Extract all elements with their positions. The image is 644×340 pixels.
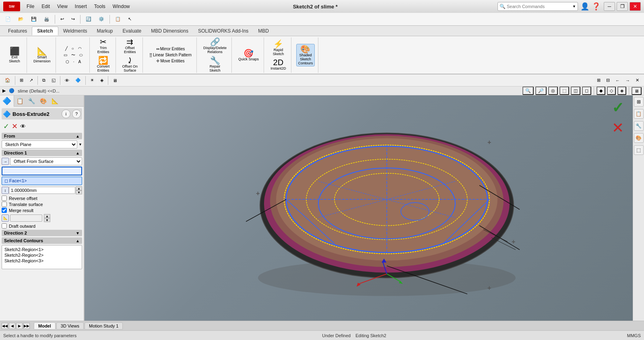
print-button[interactable]: 🖨️ (41, 15, 52, 23)
shaded-sketch-contours-button[interactable]: 🎨 ShadedSketchContours (296, 44, 315, 66)
confirm-check-button[interactable]: ✓ (3, 122, 9, 131)
bottom-tab-3dviews[interactable]: 3D Views (56, 322, 84, 330)
expand-tree-icon[interactable]: ▶ (2, 88, 6, 93)
rp-expand-icon[interactable]: ⊞ (634, 97, 644, 107)
feature-help-button[interactable]: ? (72, 109, 81, 118)
viewport[interactable]: + + + + ✓ ✕ ⊞ 📋 🔧 🎨 ⬚ (85, 95, 644, 321)
tb2-section[interactable]: ⧉ (40, 76, 48, 84)
vcbtn2[interactable]: 🔎 (535, 87, 547, 95)
tab-mbd[interactable]: MBD (253, 27, 274, 35)
menu-view[interactable]: View (54, 3, 71, 10)
menu-tools[interactable]: Tools (91, 3, 109, 10)
line-button[interactable]: ╱ (64, 46, 69, 51)
draft-input[interactable] (10, 214, 42, 222)
polygon-button[interactable]: ⬡ (64, 59, 71, 64)
spline-button[interactable]: 〜 (70, 52, 77, 58)
tb2-scene[interactable]: 🖥 (110, 77, 120, 84)
display-delete-relations-button[interactable]: 🔗 Display/DeleteRelations (202, 37, 228, 55)
direction1-section-header[interactable]: Direction 1 ▲ (2, 150, 82, 156)
file-props-button[interactable]: 📋 (112, 15, 124, 23)
bottom-tab-motion[interactable]: Motion Study 1 (85, 322, 123, 330)
vcbtn6[interactable]: ◻ (582, 87, 591, 95)
selected-contours-header[interactable]: Selected Contours ▲ (2, 237, 82, 244)
rebuild-button[interactable]: 🔄 (83, 15, 94, 23)
menu-edit[interactable]: Edit (38, 3, 53, 10)
bottom-nav-next[interactable]: ▶ (16, 323, 23, 329)
tb2-expand[interactable]: ⊞ (594, 76, 603, 84)
tb2-lights[interactable]: ☀ (88, 76, 97, 84)
tb2-view-sel[interactable]: ◱ (49, 76, 58, 84)
depth-down-button[interactable]: ▼ (76, 190, 82, 194)
move-entities-button[interactable]: ✛ Move Entities (155, 58, 186, 64)
repair-sketch-button[interactable]: 🔧 RepairSketch (206, 56, 224, 73)
tb2-appear[interactable]: ◈ (98, 76, 106, 84)
ellipse-button[interactable]: ⬭ (78, 52, 85, 58)
direction1-input-box[interactable] (2, 167, 82, 175)
vcbtn5[interactable]: ◫ (571, 87, 580, 95)
overlay-check-button[interactable]: ✓ (612, 99, 624, 116)
rp-layers-icon[interactable]: ⬚ (634, 145, 644, 155)
search-bar[interactable]: 🔍 ▼ (497, 2, 578, 11)
arc-button[interactable]: ◠ (76, 46, 83, 51)
tab-mbd-dimensions[interactable]: MBD Dimensions (146, 27, 193, 35)
rp-properties-icon[interactable]: 📋 (634, 109, 644, 119)
smart-dimension-button[interactable]: 📐 SmartDimension (32, 46, 52, 64)
new-button[interactable]: 📄 (2, 15, 14, 23)
circle-button[interactable]: ○ (70, 46, 76, 51)
direction1-type-icon[interactable]: → (2, 158, 9, 165)
panel-tab-feature[interactable]: 🔷 (0, 95, 14, 107)
merge-result-checkbox[interactable] (2, 208, 7, 213)
tab-solidworks-addins[interactable]: SOLIDWORKS Add-Ins (193, 27, 253, 35)
exit-sketch-button[interactable]: ⬛ ExitSketch (6, 46, 23, 64)
search-input[interactable] (507, 4, 571, 9)
vcbtn3[interactable]: ◎ (548, 87, 558, 95)
tab-features[interactable]: Features (3, 27, 32, 35)
redo-button[interactable]: ↪ (68, 15, 78, 23)
rp-color-icon[interactable]: 🎨 (634, 133, 644, 143)
depth-input[interactable] (9, 187, 75, 194)
tb2-close-view[interactable]: ✕ (633, 76, 642, 84)
from-dropdown[interactable]: Sketch Plane (2, 140, 77, 148)
bottom-tab-model[interactable]: Model (34, 322, 56, 330)
tab-sketch[interactable]: Sketch (32, 27, 58, 35)
panel-tab-property[interactable]: 📋 (14, 97, 26, 105)
trim-entities-button[interactable]: ✂ TrimEntities (95, 37, 112, 55)
tb2-btn1[interactable]: 🏠 (2, 76, 13, 84)
menu-window[interactable]: Window (109, 3, 133, 10)
vcbtn8[interactable]: ◇ (607, 87, 616, 95)
close-button[interactable]: ✕ (630, 2, 641, 11)
offset-entities-button[interactable]: ⇉ OffsetEntities (121, 37, 139, 55)
feature-info-button[interactable]: i (62, 109, 70, 118)
bottom-nav-prev[interactable]: ◀ (9, 323, 15, 329)
selection-button[interactable]: ↖ (125, 15, 134, 23)
mirror-entities-button[interactable]: ⇔ Mirror Entities (155, 46, 187, 52)
undo-button[interactable]: ↩ (58, 15, 67, 23)
direction1-type-dropdown[interactable]: Offset From Surface (10, 157, 82, 165)
face-selection-box[interactable]: ◻ Face<1> (2, 177, 82, 185)
save-button[interactable]: 💾 (28, 15, 39, 23)
preview-button[interactable]: 👁 (20, 123, 26, 130)
tb2-split[interactable]: ⊟ (604, 76, 612, 84)
help-icon[interactable]: ❓ (592, 2, 601, 11)
rectangle-button[interactable]: ▭ (62, 52, 69, 58)
search-dropdown-icon[interactable]: ▼ (572, 4, 576, 8)
vcbtn10[interactable]: 🖥 (632, 87, 642, 95)
translate-surface-checkbox[interactable] (2, 202, 7, 207)
panel-tab-cad[interactable]: 📐 (49, 97, 61, 105)
offset-on-surface-button[interactable]: ⤸ Offset OnSurface (121, 56, 139, 73)
minimize-button[interactable]: ─ (604, 2, 615, 11)
instant2d-button[interactable]: 2D Instant2D (269, 58, 288, 71)
direction2-section-header[interactable]: Direction 2 ▼ (2, 230, 82, 236)
rapid-sketch-button[interactable]: ⚡ RapidSketch (269, 39, 287, 57)
quick-snaps-button[interactable]: 🎯 Quick Snaps (237, 48, 260, 62)
tab-weldments[interactable]: Weldments (58, 27, 92, 35)
menu-insert[interactable]: Insert (72, 3, 90, 10)
text-button[interactable]: A (77, 59, 83, 64)
vcbtn1[interactable]: 🔍 (522, 87, 534, 95)
open-button[interactable]: 📂 (15, 15, 27, 23)
vcbtn7[interactable]: ◆ (597, 87, 605, 95)
depth-up-button[interactable]: ▲ (76, 186, 82, 190)
tb2-next[interactable]: → (623, 76, 632, 84)
overlay-cancel-button[interactable]: ✕ (612, 120, 624, 136)
convert-entities-button[interactable]: 🔁 ConvertEntities (95, 56, 112, 73)
